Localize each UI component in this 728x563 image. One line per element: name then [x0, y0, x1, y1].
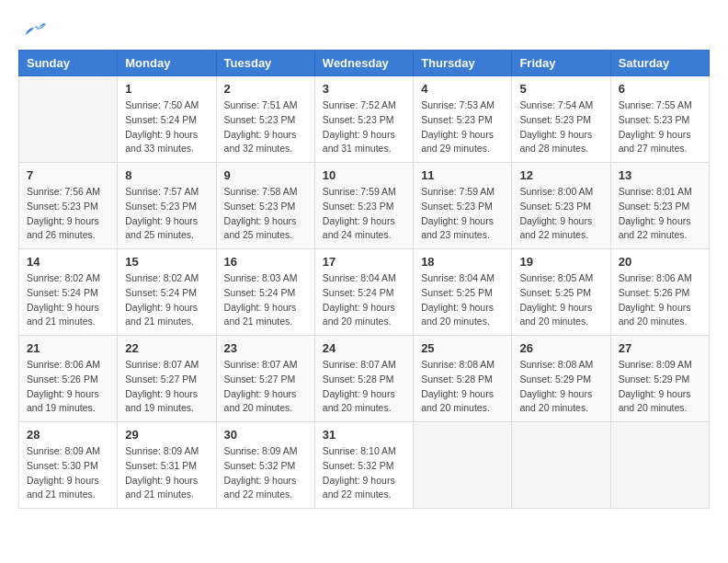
day-number: 12	[519, 168, 602, 182]
day-info: Sunrise: 8:07 AMSunset: 5:27 PMDaylight:…	[125, 358, 208, 416]
day-info: Sunrise: 8:09 AMSunset: 5:32 PMDaylight:…	[224, 444, 307, 502]
day-number: 14	[27, 255, 109, 269]
weekday-header-friday: Friday	[512, 51, 610, 76]
day-number: 16	[224, 255, 307, 269]
day-info: Sunrise: 8:09 AMSunset: 5:31 PMDaylight:…	[125, 444, 208, 502]
day-info: Sunrise: 8:00 AMSunset: 5:23 PMDaylight:…	[519, 185, 602, 243]
calendar-cell: 14Sunrise: 8:02 AMSunset: 5:24 PMDayligh…	[19, 249, 118, 336]
day-info: Sunrise: 8:07 AMSunset: 5:28 PMDaylight:…	[323, 358, 405, 416]
day-number: 8	[125, 168, 208, 182]
day-info: Sunrise: 7:53 AMSunset: 5:23 PMDaylight:…	[421, 98, 504, 156]
calendar-week-row: 7Sunrise: 7:56 AMSunset: 5:23 PMDaylight…	[19, 163, 710, 249]
day-info: Sunrise: 7:50 AMSunset: 5:24 PMDaylight:…	[125, 98, 208, 156]
day-info: Sunrise: 8:06 AMSunset: 5:26 PMDaylight:…	[619, 271, 701, 329]
calendar-cell: 28Sunrise: 8:09 AMSunset: 5:30 PMDayligh…	[19, 422, 118, 509]
page-header	[18, 18, 710, 40]
calendar-cell: 18Sunrise: 8:04 AMSunset: 5:25 PMDayligh…	[414, 249, 512, 336]
day-number: 10	[323, 168, 405, 182]
day-number: 17	[323, 255, 405, 269]
day-info: Sunrise: 8:08 AMSunset: 5:28 PMDaylight:…	[421, 358, 504, 416]
day-info: Sunrise: 8:07 AMSunset: 5:27 PMDaylight:…	[224, 358, 307, 416]
day-info: Sunrise: 8:01 AMSunset: 5:23 PMDaylight:…	[619, 185, 701, 243]
calendar-cell: 30Sunrise: 8:09 AMSunset: 5:32 PMDayligh…	[216, 422, 314, 509]
day-info: Sunrise: 8:02 AMSunset: 5:24 PMDaylight:…	[27, 271, 109, 329]
calendar-cell: 17Sunrise: 8:04 AMSunset: 5:24 PMDayligh…	[314, 249, 413, 336]
calendar-cell: 21Sunrise: 8:06 AMSunset: 5:26 PMDayligh…	[19, 336, 118, 422]
calendar-cell: 24Sunrise: 8:07 AMSunset: 5:28 PMDayligh…	[314, 336, 413, 422]
calendar-cell: 13Sunrise: 8:01 AMSunset: 5:23 PMDayligh…	[610, 163, 709, 249]
day-info: Sunrise: 7:57 AMSunset: 5:23 PMDaylight:…	[125, 185, 208, 243]
day-info: Sunrise: 8:04 AMSunset: 5:24 PMDaylight:…	[323, 271, 405, 329]
day-info: Sunrise: 7:55 AMSunset: 5:23 PMDaylight:…	[619, 98, 701, 156]
day-info: Sunrise: 7:59 AMSunset: 5:23 PMDaylight:…	[323, 185, 405, 243]
day-number: 2	[224, 82, 307, 96]
day-number: 9	[224, 168, 307, 182]
calendar-cell	[414, 422, 512, 509]
calendar-table: SundayMondayTuesdayWednesdayThursdayFrid…	[18, 50, 710, 509]
day-number: 25	[421, 341, 504, 355]
weekday-header-tuesday: Tuesday	[216, 51, 314, 76]
day-number: 18	[421, 255, 504, 269]
weekday-header-saturday: Saturday	[610, 51, 709, 76]
day-info: Sunrise: 8:04 AMSunset: 5:25 PMDaylight:…	[421, 271, 504, 329]
calendar-cell: 8Sunrise: 7:57 AMSunset: 5:23 PMDaylight…	[118, 163, 216, 249]
day-number: 28	[27, 428, 109, 442]
calendar-cell: 29Sunrise: 8:09 AMSunset: 5:31 PMDayligh…	[118, 422, 216, 509]
day-number: 29	[125, 428, 208, 442]
day-info: Sunrise: 7:52 AMSunset: 5:23 PMDaylight:…	[323, 98, 405, 156]
day-number: 31	[323, 428, 405, 442]
calendar-cell: 2Sunrise: 7:51 AMSunset: 5:23 PMDaylight…	[216, 76, 314, 163]
calendar-cell: 4Sunrise: 7:53 AMSunset: 5:23 PMDaylight…	[414, 76, 512, 163]
day-info: Sunrise: 8:03 AMSunset: 5:24 PMDaylight:…	[224, 271, 307, 329]
logo	[18, 18, 48, 40]
calendar-cell: 7Sunrise: 7:56 AMSunset: 5:23 PMDaylight…	[19, 163, 118, 249]
day-number: 27	[619, 341, 701, 355]
calendar-cell: 22Sunrise: 8:07 AMSunset: 5:27 PMDayligh…	[118, 336, 216, 422]
day-number: 24	[323, 341, 405, 355]
day-info: Sunrise: 8:08 AMSunset: 5:29 PMDaylight:…	[519, 358, 602, 416]
day-number: 1	[125, 82, 208, 96]
day-number: 30	[224, 428, 307, 442]
day-number: 26	[519, 341, 602, 355]
calendar-cell: 11Sunrise: 7:59 AMSunset: 5:23 PMDayligh…	[414, 163, 512, 249]
day-info: Sunrise: 8:09 AMSunset: 5:30 PMDaylight:…	[27, 444, 109, 502]
day-number: 4	[421, 82, 504, 96]
calendar-cell: 1Sunrise: 7:50 AMSunset: 5:24 PMDaylight…	[118, 76, 216, 163]
day-number: 23	[224, 341, 307, 355]
logo-bird-icon	[20, 18, 48, 40]
weekday-header-monday: Monday	[118, 51, 216, 76]
calendar-cell: 27Sunrise: 8:09 AMSunset: 5:29 PMDayligh…	[610, 336, 709, 422]
day-number: 15	[125, 255, 208, 269]
calendar-week-row: 1Sunrise: 7:50 AMSunset: 5:24 PMDaylight…	[19, 76, 710, 163]
day-number: 7	[27, 168, 109, 182]
calendar-cell: 6Sunrise: 7:55 AMSunset: 5:23 PMDaylight…	[610, 76, 709, 163]
day-number: 5	[519, 82, 602, 96]
day-number: 13	[619, 168, 701, 182]
day-info: Sunrise: 8:06 AMSunset: 5:26 PMDaylight:…	[27, 358, 109, 416]
day-info: Sunrise: 7:51 AMSunset: 5:23 PMDaylight:…	[224, 98, 307, 156]
calendar-cell: 25Sunrise: 8:08 AMSunset: 5:28 PMDayligh…	[414, 336, 512, 422]
day-number: 19	[519, 255, 602, 269]
day-info: Sunrise: 7:59 AMSunset: 5:23 PMDaylight:…	[421, 185, 504, 243]
calendar-cell: 9Sunrise: 7:58 AMSunset: 5:23 PMDaylight…	[216, 163, 314, 249]
day-number: 6	[619, 82, 701, 96]
calendar-cell	[512, 422, 610, 509]
day-number: 21	[27, 341, 109, 355]
day-info: Sunrise: 8:10 AMSunset: 5:32 PMDaylight:…	[323, 444, 405, 502]
calendar-cell: 15Sunrise: 8:02 AMSunset: 5:24 PMDayligh…	[118, 249, 216, 336]
calendar-week-row: 21Sunrise: 8:06 AMSunset: 5:26 PMDayligh…	[19, 336, 710, 422]
calendar-cell: 26Sunrise: 8:08 AMSunset: 5:29 PMDayligh…	[512, 336, 610, 422]
calendar-cell: 5Sunrise: 7:54 AMSunset: 5:23 PMDaylight…	[512, 76, 610, 163]
calendar-cell: 3Sunrise: 7:52 AMSunset: 5:23 PMDaylight…	[314, 76, 413, 163]
day-info: Sunrise: 7:54 AMSunset: 5:23 PMDaylight:…	[519, 98, 602, 156]
day-info: Sunrise: 8:02 AMSunset: 5:24 PMDaylight:…	[125, 271, 208, 329]
calendar-cell	[19, 76, 118, 163]
day-number: 20	[619, 255, 701, 269]
calendar-cell: 31Sunrise: 8:10 AMSunset: 5:32 PMDayligh…	[314, 422, 413, 509]
weekday-header-wednesday: Wednesday	[314, 51, 413, 76]
day-info: Sunrise: 8:09 AMSunset: 5:29 PMDaylight:…	[619, 358, 701, 416]
calendar-cell: 20Sunrise: 8:06 AMSunset: 5:26 PMDayligh…	[610, 249, 709, 336]
calendar-cell	[610, 422, 709, 509]
calendar-cell: 12Sunrise: 8:00 AMSunset: 5:23 PMDayligh…	[512, 163, 610, 249]
calendar-cell: 23Sunrise: 8:07 AMSunset: 5:27 PMDayligh…	[216, 336, 314, 422]
